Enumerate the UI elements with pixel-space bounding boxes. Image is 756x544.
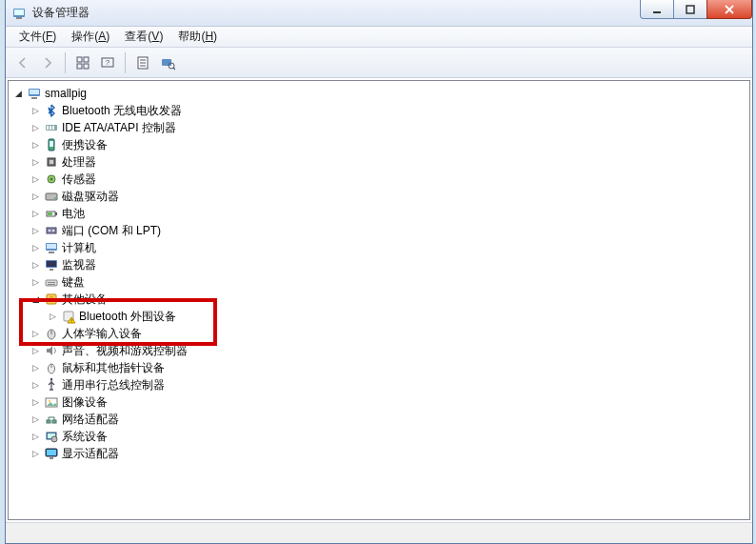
- menu-file[interactable]: 文件(F): [11, 27, 64, 47]
- tree-item-label: 磁盘驱动器: [62, 189, 119, 205]
- tree-item-label: 声音、视频和游戏控制器: [62, 343, 188, 359]
- tree-item-label: 网络适配器: [62, 412, 119, 428]
- svg-line-17: [173, 68, 175, 70]
- expander-icon: ▷: [30, 396, 41, 408]
- tree-item[interactable]: ▷系统设备: [28, 428, 747, 445]
- maximize-button[interactable]: [673, 0, 707, 19]
- audio-icon: [44, 343, 59, 358]
- hid-icon: [44, 326, 59, 341]
- svg-rect-23: [50, 126, 51, 130]
- tree-item[interactable]: ▷人体学输入设备: [28, 325, 747, 342]
- toolbar-separator: [65, 52, 66, 73]
- svg-rect-19: [30, 90, 39, 94]
- tree-item[interactable]: ▷键盘: [28, 273, 747, 291]
- svg-rect-35: [48, 212, 52, 215]
- tree-item-label: 人体学输入设备: [62, 326, 142, 342]
- tree-item[interactable]: ▷磁盘驱动器: [28, 188, 747, 205]
- expander-icon: ▷: [30, 448, 41, 459]
- titlebar[interactable]: 设备管理器: [6, 0, 752, 27]
- menu-view[interactable]: 查看(V): [117, 27, 170, 47]
- svg-rect-46: [48, 282, 55, 283]
- svg-point-59: [49, 400, 50, 402]
- cpu-icon: [44, 154, 59, 170]
- tree-root[interactable]: ◢ smallpig: [10, 85, 747, 102]
- tree-item[interactable]: ▷IDE ATA/ATAPI 控制器: [28, 119, 747, 136]
- tree-item-label: 系统设备: [62, 429, 108, 445]
- tree-item[interactable]: ▷处理器: [28, 153, 747, 171]
- svg-rect-5: [77, 57, 82, 62]
- expander-icon: ▷: [30, 122, 41, 133]
- svg-point-57: [50, 378, 53, 381]
- menu-help[interactable]: 帮助(H): [170, 27, 225, 47]
- system-icon: [44, 429, 59, 444]
- computer-icon: [27, 86, 42, 101]
- tree-item[interactable]: ▷便携设备: [28, 136, 747, 153]
- svg-point-32: [54, 197, 56, 199]
- properties-button[interactable]: [131, 51, 154, 74]
- svg-rect-2: [16, 17, 22, 19]
- tree-item-label: 传感器: [62, 171, 96, 188]
- svg-text:?: ?: [106, 58, 110, 67]
- back-button[interactable]: [11, 51, 34, 74]
- expander-icon[interactable]: ◢: [12, 88, 24, 99]
- view-details-button[interactable]: [71, 51, 94, 74]
- expander-icon: ▷: [30, 208, 41, 219]
- forward-button[interactable]: [36, 51, 59, 74]
- tree-item-label: 电池: [62, 206, 85, 222]
- svg-point-38: [52, 230, 54, 232]
- tree-item[interactable]: ▷电池: [28, 205, 747, 222]
- tree-item-label: 键盘: [62, 274, 85, 291]
- svg-rect-3: [653, 11, 661, 13]
- tree-item[interactable]: ▷监视器: [28, 256, 747, 273]
- device-tree-panel[interactable]: ◢ smallpig ▷Bluetooth 无线电收发器▷IDE ATA/ATA…: [8, 80, 750, 520]
- tree-item[interactable]: ▷显示适配器: [28, 445, 747, 462]
- tree-item[interactable]: ▷端口 (COM 和 LPT): [28, 222, 747, 239]
- menu-action[interactable]: 操作(A): [64, 27, 117, 47]
- keyboard-icon: [44, 274, 59, 290]
- tree-item[interactable]: ▷传感器: [28, 171, 747, 188]
- minimize-button[interactable]: [640, 0, 674, 19]
- expander-icon: ▷: [30, 345, 41, 356]
- battery-icon: [44, 206, 59, 221]
- tree-item[interactable]: ▷通用串行总线控制器: [28, 376, 747, 393]
- tree-item[interactable]: ◢?其他设备: [28, 291, 747, 308]
- tree-item-label: 图像设备: [62, 394, 108, 411]
- expander-icon: ▷: [30, 379, 41, 391]
- expander-icon: ▷: [30, 362, 41, 373]
- close-button[interactable]: [706, 0, 752, 19]
- svg-rect-15: [162, 59, 171, 66]
- bluetooth-icon: [44, 103, 59, 118]
- svg-rect-67: [50, 457, 53, 459]
- tree-item[interactable]: ▷网络适配器: [28, 411, 747, 428]
- window-title: 设备管理器: [32, 5, 90, 21]
- expander-icon: ▷: [30, 156, 41, 168]
- tree-item[interactable]: ▷鼠标和其他指针设备: [28, 359, 747, 376]
- tree-item[interactable]: ▷!Bluetooth 外围设备: [45, 308, 747, 325]
- device-manager-window: 设备管理器 文件(F) 操作(A) 查看(V) 帮助(H) ? ◢ smallp…: [5, 0, 753, 544]
- scan-hardware-button[interactable]: [156, 51, 179, 74]
- expander-icon: ▷: [30, 173, 41, 185]
- svg-rect-34: [55, 212, 57, 215]
- statusbar: [6, 522, 752, 543]
- tree-item[interactable]: ▷声音、视频和游戏控制器: [28, 342, 747, 359]
- mouse-icon: [44, 360, 59, 375]
- tree-item-label: 监视器: [62, 257, 96, 273]
- computer-icon: [44, 240, 59, 255]
- svg-rect-22: [47, 126, 49, 130]
- help-toolbar-button[interactable]: ?: [96, 51, 119, 74]
- menubar: 文件(F) 操作(A) 查看(V) 帮助(H): [6, 27, 752, 48]
- svg-rect-8: [84, 64, 89, 69]
- expander-icon[interactable]: ◢: [30, 293, 41, 305]
- expander-icon: ▷: [30, 139, 41, 151]
- usb-icon: [44, 377, 59, 393]
- tree-item[interactable]: ▷Bluetooth 无线电收发器: [28, 102, 747, 119]
- tree-item[interactable]: ▷计算机: [28, 239, 747, 256]
- other-icon: ?: [44, 292, 59, 307]
- svg-rect-24: [52, 126, 54, 130]
- tree-item-label: 显示适配器: [62, 446, 119, 462]
- svg-rect-47: [48, 284, 55, 285]
- tree-item[interactable]: ▷图像设备: [28, 393, 747, 411]
- tree-item-label: Bluetooth 无线电收发器: [62, 103, 182, 119]
- port-icon: [44, 223, 59, 238]
- svg-rect-44: [50, 269, 53, 271]
